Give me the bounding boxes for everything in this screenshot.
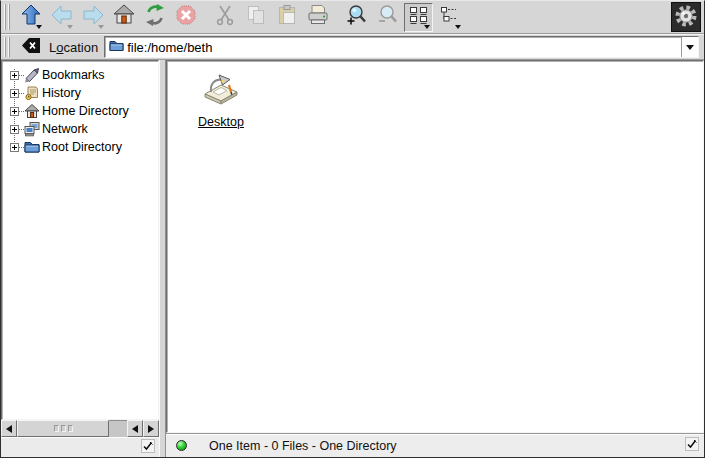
folder-icon [109, 38, 124, 57]
thumb-grip [68, 425, 73, 432]
sidebar-item-label: Root Directory [40, 140, 122, 154]
kde-gear-logo[interactable] [671, 2, 701, 32]
dropdown-caret-icon [98, 25, 104, 29]
reload-icon [143, 3, 167, 31]
sidebar-item-root-directory[interactable]: Root Directory [7, 138, 158, 156]
location-label-post: cation [63, 40, 98, 55]
main-panel: Desktop One Item - 0 Files - One Directo… [166, 60, 704, 457]
chevron-down-icon [686, 45, 694, 50]
location-dropdown-button[interactable] [681, 37, 698, 57]
zoom-in-icon [345, 3, 369, 31]
status-text: One Item - 0 Files - One Directory [209, 439, 397, 453]
sidebar-item-bookmarks[interactable]: Bookmarks [7, 66, 158, 84]
clear-location-button[interactable] [19, 36, 43, 58]
home-directory-icon [24, 103, 40, 119]
copy-button[interactable] [241, 3, 270, 32]
sidebar-item-label: Bookmarks [40, 68, 105, 82]
forward-button[interactable] [78, 3, 107, 32]
clear-location-icon [21, 36, 42, 59]
location-label: Location [47, 40, 100, 55]
up-button[interactable] [16, 3, 45, 32]
sidebar-item-label: History [40, 86, 81, 100]
print-button[interactable] [303, 3, 332, 32]
sidebar-item-network[interactable]: Network [7, 120, 158, 138]
status-led-icon [176, 440, 187, 451]
konqueror-window: Location [0, 0, 705, 458]
tree-view-button[interactable] [435, 3, 464, 32]
scrollbar-track[interactable] [109, 420, 127, 437]
home-icon [112, 3, 136, 31]
paste-button[interactable] [272, 3, 301, 32]
zoom-out-button[interactable] [373, 3, 402, 32]
sidebar-item-label: Home Directory [40, 104, 129, 118]
view-indicator-icon[interactable] [685, 437, 699, 455]
back-button[interactable] [47, 3, 76, 32]
sidebar-item-label: Network [40, 122, 88, 136]
sidebar-tree[interactable]: Bookmarks History [1, 60, 159, 420]
reload-button[interactable] [140, 3, 169, 32]
home-button[interactable] [109, 3, 138, 32]
dropdown-caret-icon [36, 25, 42, 29]
dropdown-caret-icon [455, 25, 461, 29]
dropdown-caret-icon [424, 25, 430, 29]
network-icon [24, 121, 40, 137]
print-icon [306, 3, 330, 31]
main-toolbar [1, 1, 704, 34]
file-item-desktop[interactable]: Desktop [183, 73, 259, 129]
expand-plus-icon[interactable] [10, 89, 19, 98]
stop-button[interactable] [171, 3, 200, 32]
expand-plus-icon[interactable] [10, 143, 19, 152]
expand-plus-icon[interactable] [10, 107, 19, 116]
scrollbar-thumb[interactable] [17, 420, 109, 437]
view-indicator-icon[interactable] [141, 439, 155, 457]
history-icon [24, 85, 40, 101]
expand-plus-icon[interactable] [10, 71, 19, 80]
stop-icon [174, 3, 198, 31]
sidebar-item-history[interactable]: History [7, 84, 158, 102]
triangle-left-icon [132, 425, 138, 433]
toolbar-drag-handle[interactable] [4, 4, 12, 31]
triangle-right-icon [148, 425, 154, 433]
location-toolbar: Location [1, 34, 704, 60]
thumb-grip [54, 425, 59, 432]
panel-splitter[interactable] [159, 60, 166, 457]
toolbar-drag-handle[interactable] [4, 37, 12, 57]
sidebar-panel: Bookmarks History [1, 60, 159, 457]
icon-view-button[interactable] [404, 3, 433, 32]
root-directory-icon [24, 139, 40, 155]
scroll-left-button-2[interactable] [127, 420, 143, 437]
sidebar-horizontal-scrollbar[interactable] [1, 420, 159, 437]
cut-icon [213, 3, 237, 31]
dropdown-caret-icon [67, 25, 73, 29]
copy-icon [244, 3, 268, 31]
expand-plus-icon[interactable] [10, 125, 19, 134]
bookmarks-icon [24, 67, 40, 83]
cut-button[interactable] [210, 3, 239, 32]
sidebar-item-home-directory[interactable]: Home Directory [7, 102, 158, 120]
triangle-left-icon [6, 425, 12, 433]
sidebar-statusbar [1, 437, 159, 457]
scroll-left-button[interactable] [1, 420, 17, 437]
location-combobox[interactable] [104, 36, 699, 58]
zoom-out-icon [376, 3, 400, 31]
desktop-folder-icon [202, 73, 240, 111]
paste-icon [275, 3, 299, 31]
location-input[interactable] [124, 37, 681, 57]
file-item-label: Desktop [198, 115, 244, 129]
content-area: Bookmarks History [1, 60, 704, 457]
folder-view[interactable]: Desktop [166, 60, 704, 433]
zoom-in-button[interactable] [342, 3, 371, 32]
main-statusbar: One Item - 0 Files - One Directory [166, 433, 704, 457]
scroll-right-button[interactable] [143, 420, 159, 437]
thumb-grip [61, 425, 66, 432]
